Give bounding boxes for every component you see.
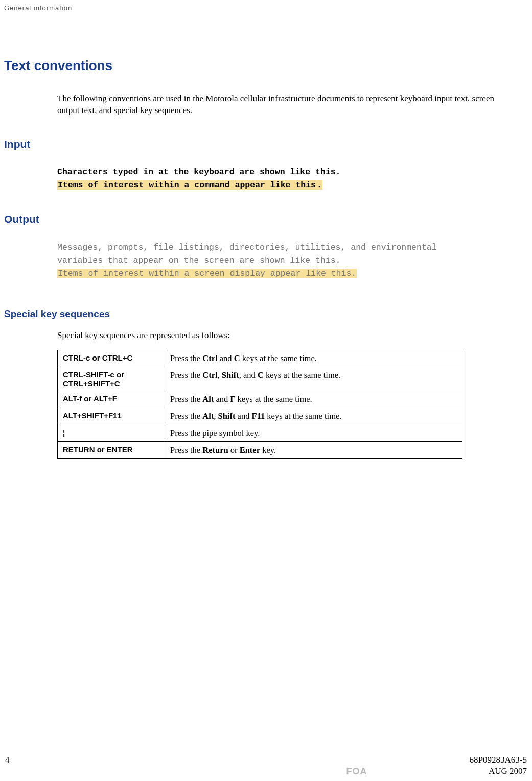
page-footer: 4 68P09283A63-5 FOA AUG 2007 bbox=[0, 755, 532, 777]
t: Ctrl bbox=[202, 353, 217, 363]
table-row: ALT+SHIFT+F11 Press the Alt, Shift and F… bbox=[58, 408, 462, 425]
input-line1-tail: . bbox=[336, 167, 341, 177]
t: and bbox=[214, 394, 230, 404]
t: , bbox=[218, 370, 222, 380]
output-line2: variables that appear on the screen are … bbox=[57, 256, 341, 265]
t: keys at the same time. bbox=[240, 353, 317, 363]
key-cell: CTRL-SHIFT-c or CTRL+SHIFT+C bbox=[58, 367, 165, 391]
desc-cell: Press the Ctrl, Shift, and C keys at the… bbox=[165, 367, 462, 391]
t: C bbox=[234, 353, 240, 363]
t: and bbox=[235, 411, 251, 421]
t: or bbox=[228, 445, 240, 455]
t: keys at the same time. bbox=[264, 370, 340, 380]
t: and bbox=[218, 353, 234, 363]
page-number: 4 bbox=[5, 755, 10, 765]
input-sample: Characters typed in at the keyboard are … bbox=[57, 166, 507, 192]
key-sequence-table: CTRL-c or CTRL+C Press the Ctrl and C ke… bbox=[57, 350, 462, 459]
table-row: CTRL-c or CTRL+C Press the Ctrl and C ke… bbox=[58, 350, 462, 367]
output-sample: Messages, prompts, file listings, direct… bbox=[57, 241, 507, 280]
special-intro: Special key sequences are represented as… bbox=[57, 330, 497, 342]
t: Shift bbox=[218, 411, 236, 421]
t: Enter bbox=[240, 445, 260, 455]
t: , bbox=[214, 411, 218, 421]
section-heading-special: Special key sequences bbox=[4, 308, 528, 320]
t: Return bbox=[202, 445, 228, 455]
t: Shift bbox=[222, 370, 239, 380]
t: F bbox=[230, 394, 235, 404]
input-line2-tail: . bbox=[316, 180, 322, 190]
key-cell: CTRL-c or CTRL+C bbox=[58, 350, 165, 367]
section-heading-input: Input bbox=[4, 138, 528, 150]
intro-paragraph: The following conventions are used in th… bbox=[57, 93, 497, 117]
desc-cell: Press the Alt and F keys at the same tim… bbox=[165, 391, 462, 408]
page-title: Text conventions bbox=[4, 58, 528, 74]
t: C bbox=[258, 370, 264, 380]
desc-cell: Press the Ctrl and C keys at the same ti… bbox=[165, 350, 462, 367]
footer-date: AUG 2007 bbox=[489, 766, 527, 777]
t: Alt bbox=[202, 411, 214, 421]
t: Press the bbox=[170, 370, 202, 380]
t: key. bbox=[260, 445, 276, 455]
desc-cell: Press the Alt, Shift and F11 keys at the… bbox=[165, 408, 462, 425]
key-cell: ALT+SHIFT+F11 bbox=[58, 408, 165, 425]
key-cell: RETURN or ENTER bbox=[58, 441, 165, 458]
input-line2-highlight: Items of interest within a command appea… bbox=[57, 180, 316, 190]
running-header: General information bbox=[4, 4, 528, 12]
t: Press the pipe symbol key. bbox=[170, 428, 260, 438]
output-line1: Messages, prompts, file listings, direct… bbox=[57, 242, 437, 252]
table-row: ALT-f or ALT+F Press the Alt and F keys … bbox=[58, 391, 462, 408]
section-heading-output: Output bbox=[4, 213, 528, 226]
footer-center: FOA bbox=[346, 766, 367, 777]
desc-cell: Press the Return or Enter key. bbox=[165, 441, 462, 458]
t: Press the bbox=[170, 445, 202, 455]
table-row: RETURN or ENTER Press the Return or Ente… bbox=[58, 441, 462, 458]
table-row: CTRL-SHIFT-c or CTRL+SHIFT+C Press the C… bbox=[58, 367, 462, 391]
t: Press the bbox=[170, 394, 202, 404]
t: keys at the same time. bbox=[235, 394, 312, 404]
t: F11 bbox=[252, 411, 265, 421]
output-line3-highlight: Items of interest within a screen displa… bbox=[57, 269, 357, 278]
desc-cell: Press the pipe symbol key. bbox=[165, 425, 462, 441]
doc-number: 68P09283A63-5 bbox=[470, 755, 527, 765]
t: , and bbox=[239, 370, 258, 380]
t: Press the bbox=[170, 411, 202, 421]
key-cell: ALT-f or ALT+F bbox=[58, 391, 165, 408]
key-cell: ¦ bbox=[58, 425, 165, 441]
t: Ctrl bbox=[202, 370, 217, 380]
t: Alt bbox=[202, 394, 214, 404]
input-line1: Characters typed in at the keyboard are … bbox=[57, 167, 336, 177]
t: keys at the same time. bbox=[265, 411, 341, 421]
t: Press the bbox=[170, 353, 202, 363]
table-row: ¦ Press the pipe symbol key. bbox=[58, 425, 462, 441]
